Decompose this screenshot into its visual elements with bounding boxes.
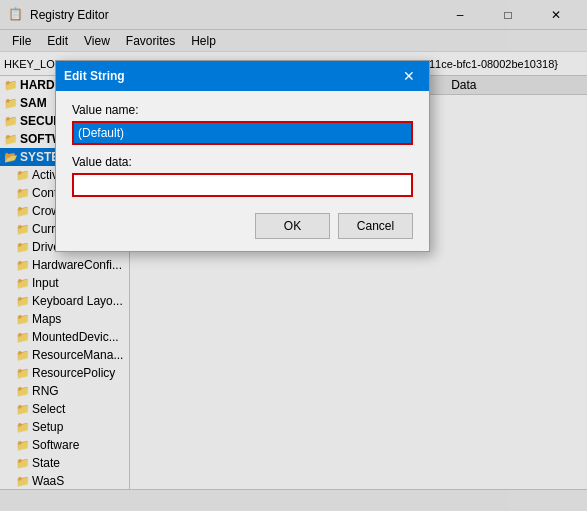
value-name-input[interactable]	[72, 121, 413, 145]
value-data-label: Value data:	[72, 155, 413, 169]
dialog-close-button[interactable]: ✕	[397, 64, 421, 88]
modal-overlay: Edit String ✕ Value name: Value data: OK…	[0, 0, 587, 511]
ok-button[interactable]: OK	[255, 213, 330, 239]
dialog-title: Edit String	[64, 69, 125, 83]
dialog-buttons: OK Cancel	[72, 213, 413, 239]
value-data-input[interactable]	[72, 173, 413, 197]
value-name-label: Value name:	[72, 103, 413, 117]
dialog-body: Value name: Value data: OK Cancel	[56, 91, 429, 251]
edit-string-dialog: Edit String ✕ Value name: Value data: OK…	[55, 60, 430, 252]
cancel-button[interactable]: Cancel	[338, 213, 413, 239]
dialog-title-bar: Edit String ✕	[56, 61, 429, 91]
